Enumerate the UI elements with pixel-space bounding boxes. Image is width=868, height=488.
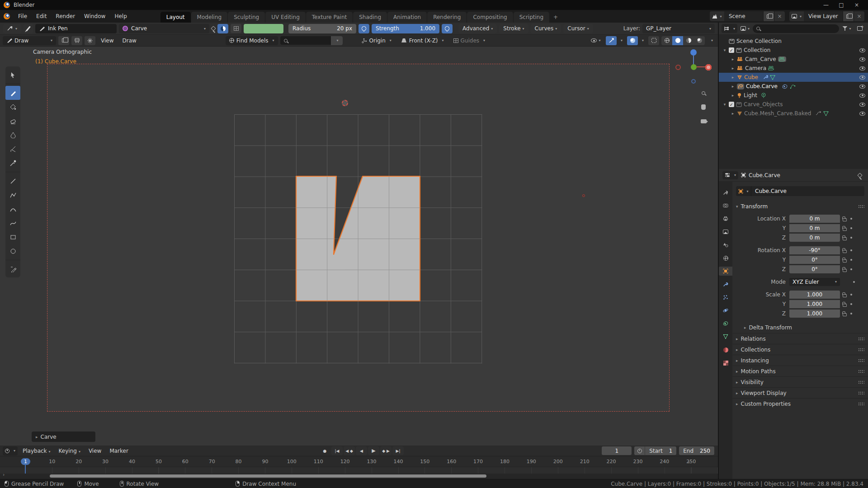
interpolate-button[interactable] [85,36,95,45]
scale-z-input[interactable]: 1.000 [789,310,840,318]
expand-icon[interactable]: ▸ [731,75,735,80]
panel-grip-icon[interactable] [858,205,864,208]
mesh-data-icon[interactable] [823,111,829,116]
outliner-filter-id-type[interactable] [740,24,750,33]
timeline-view-menu[interactable]: View [85,448,104,454]
camera-view-icon[interactable] [700,117,707,125]
location-x-input[interactable]: 0 m [789,215,840,223]
outliner-row-collection[interactable]: ▾ Collection [719,46,868,55]
lock-icon[interactable] [843,228,847,231]
pin-id-icon[interactable] [857,173,862,178]
lock-icon[interactable] [843,313,847,316]
expand-icon[interactable]: ▸ [731,57,735,61]
record-button[interactable]: ● [319,446,330,455]
playback-menu[interactable]: Playback [19,448,54,454]
tint-tool[interactable] [5,128,20,142]
scene-name[interactable]: Scene [724,13,763,19]
scene-duplicate-button[interactable] [763,11,774,21]
pin-material-icon[interactable] [211,26,216,31]
tab-view-layer[interactable] [719,227,732,236]
expand-icon[interactable]: ▸ [731,93,735,98]
shading-wireframe-button[interactable] [661,36,672,45]
tab-animation[interactable]: Animation [387,12,427,23]
collection-checkbox[interactable] [729,47,734,53]
draw-tool[interactable] [5,86,20,100]
transform-panel-header[interactable]: ▾ Transform [736,202,864,211]
panel-grip-icon[interactable] [858,370,864,373]
tab-scripting[interactable]: Scripting [514,12,549,23]
expand-icon[interactable]: ▾ [722,48,727,52]
hide-toggle-eye-icon[interactable] [859,66,865,70]
timeline-marker-menu[interactable]: Marker [106,448,131,454]
cutter-tool[interactable] [5,142,20,156]
panel-grip-icon[interactable] [858,380,864,384]
curve-tool[interactable] [5,216,20,230]
lock-icon[interactable] [843,269,847,272]
shading-rendered-button[interactable] [694,36,705,45]
instancing-panel[interactable]: ▸Instancing [732,355,868,366]
stroke-placement-origin-dropdown[interactable]: Origin [358,36,395,45]
tab-sculpting[interactable]: Sculpting [228,12,265,23]
fill-tool[interactable] [5,100,20,114]
rotation-z-input[interactable]: 0° [789,265,840,273]
scale-x-input[interactable]: 1.000 [789,291,840,299]
falloff-toggle[interactable] [71,36,82,45]
gizmo-z-axis[interactable] [690,49,697,56]
model-search-input[interactable] [280,36,331,45]
timeline-scrollbar[interactable] [50,474,486,478]
tab-object[interactable] [719,267,732,276]
advanced-popover[interactable]: Advanced [458,24,497,33]
brush-name-field[interactable]: Ink Pen [35,24,117,33]
animate-dot[interactable] [850,294,852,296]
lock-icon[interactable] [843,304,847,307]
radius-pressure-toggle[interactable] [359,24,369,33]
gpencil-data-icon[interactable] [770,75,775,80]
tab-render[interactable] [719,201,732,210]
outliner-row-cube-mesh-baked[interactable]: ▸ Cube.Mesh_Carve.Baked [719,109,868,118]
view-layer-name[interactable]: View Layer [804,13,843,19]
tab-object-data[interactable] [719,332,732,341]
outliner-row-cube[interactable]: ▸ Cube [719,73,868,82]
viewport-canvas[interactable]: Camera Orthographic (1) Cube.Carve [0,47,718,446]
playhead[interactable] [25,464,26,474]
delta-transform-panel[interactable]: ▸Delta Transform [732,322,868,333]
annotate-tool[interactable] [5,262,20,276]
gizmo-z-neg-axis[interactable] [691,79,696,84]
tab-particles[interactable] [719,293,732,302]
menu-window[interactable]: Window [80,11,110,21]
pan-view-icon[interactable] [700,103,707,111]
animate-dot[interactable] [850,218,852,220]
gizmo-x-axis[interactable] [705,64,712,70]
circle-tool[interactable] [5,244,20,258]
outliner-display-mode[interactable] [722,24,737,33]
line-tool[interactable] [5,174,20,188]
hide-toggle-eye-icon[interactable] [859,84,865,89]
timeline-editor-type-button[interactable] [3,446,18,455]
animate-dot[interactable] [850,268,852,270]
zoom-view-icon[interactable] [700,89,707,97]
tab-shading[interactable]: Shading [353,12,387,23]
collapse-region-icon[interactable]: ‹ [688,459,690,465]
expand-icon[interactable]: ▸ [731,84,735,89]
play-button[interactable]: ▶ [368,446,379,455]
tab-material[interactable] [719,345,732,354]
layer-dropdown[interactable]: GP_Layer [642,24,715,33]
frame-end-field[interactable]: End250 [679,446,714,455]
curves-popover[interactable]: Curves [531,24,561,33]
scene-unlink-button[interactable]: × [774,11,785,21]
hide-toggle-eye-icon[interactable] [859,103,865,107]
properties-editor-type-button[interactable] [722,171,738,179]
animate-dot[interactable] [850,237,852,239]
current-frame-field[interactable]: 1 [602,446,632,455]
scene-selector[interactable]: Scene × [710,11,785,21]
panel-grip-icon[interactable] [858,391,864,395]
outliner-row-camera[interactable]: ▸ Camera [719,64,868,73]
tab-layout[interactable]: Layout [160,12,191,23]
eyedropper-tool[interactable] [5,156,20,170]
animate-dot[interactable] [850,313,852,314]
arc-tool[interactable] [5,202,20,216]
location-y-input[interactable]: 0 m [789,224,840,232]
tab-world[interactable] [719,253,732,263]
tab-scene[interactable] [719,240,732,249]
minimize-button[interactable]: — [818,2,834,8]
